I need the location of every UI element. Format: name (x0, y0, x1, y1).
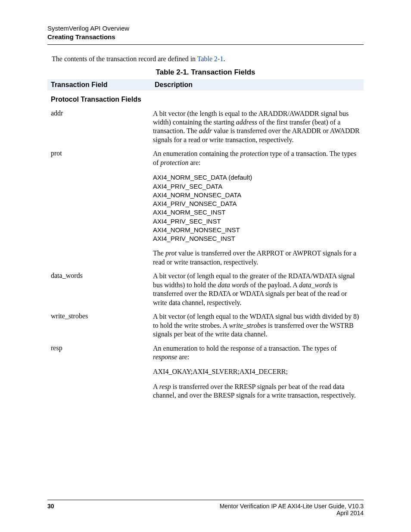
enum-item: AXI4_NORM_SEC_INST (153, 208, 360, 217)
field-name-resp: resp (47, 342, 151, 403)
footer-doc-title: Mentor Verification IP AE AXI4-Lite User… (220, 503, 364, 510)
enum-item: AXI4_NORM_NONSEC_INST (153, 226, 360, 234)
table-row: prot An enumeration containing the prote… (47, 147, 364, 269)
intro-paragraph: The contents of the transaction record a… (52, 55, 364, 63)
field-name-data-words: data_words (47, 269, 151, 310)
field-desc-write-strobes: A bit vector (of length equal to the WDA… (151, 310, 364, 341)
enum-item: AXI4_NORM_SEC_DATA (default) (153, 173, 360, 182)
field-desc-resp: An enumeration to hold the response of a… (151, 342, 364, 403)
table-row: data_words A bit vector (of length equal… (47, 269, 364, 310)
field-name-prot: prot (47, 147, 151, 269)
enum-item: AXI4_PRIV_SEC_INST (153, 217, 360, 226)
intro-text-prefix: The contents of the transaction record a… (52, 55, 197, 62)
enum-item: AXI4_PRIV_SEC_DATA (153, 182, 360, 191)
enum-item: AXI4_NORM_NONSEC_DATA (153, 191, 360, 199)
resp-lead: An enumeration to hold the response of a… (153, 344, 360, 362)
field-desc-addr: A bit vector (the length is equal to the… (151, 107, 364, 147)
enum-item: AXI4_DECERR; (240, 368, 288, 375)
page-footer: 30 Mentor Verification IP AE AXI4-Lite U… (47, 500, 364, 516)
resp-enum-list: AXI4_OKAY;AXI4_SLVERR;AXI4_DECERR; (153, 367, 360, 376)
enum-item: AXI4_OKAY; (153, 368, 193, 375)
prot-lead: An enumeration containing the protection… (153, 149, 360, 167)
page-header: SystemVerilog API Overview Creating Tran… (47, 24, 364, 45)
section-header-protocol: Protocol Transaction Fields (47, 90, 364, 107)
column-header-field: Transaction Field (47, 79, 151, 90)
table-row: write_strobes A bit vector (of length eq… (47, 310, 364, 341)
enum-item: AXI4_PRIV_NONSEC_INST (153, 234, 360, 243)
table-row: resp An enumeration to hold the response… (47, 342, 364, 403)
enum-item: AXI4_PRIV_NONSEC_DATA (153, 199, 360, 208)
intro-text-suffix: . (223, 55, 225, 62)
prot-trail: The prot value is transferred over the A… (153, 249, 360, 267)
enum-item: AXI4_SLVERR; (193, 368, 240, 375)
table-row: addr A bit vector (the length is equal t… (47, 107, 364, 147)
resp-trail: A resp is transferred over the RRESP sig… (153, 383, 360, 400)
column-header-description: Description (151, 79, 364, 90)
table-title: Table 2-1. Transaction Fields (47, 68, 364, 77)
header-section: SystemVerilog API Overview (47, 24, 364, 33)
footer-date: April 2014 (336, 510, 364, 516)
header-subsection: Creating Transactions (47, 33, 364, 41)
page-number: 30 (47, 503, 54, 516)
field-desc-data-words: A bit vector (of length equal to the gre… (151, 269, 364, 310)
table-reference-link[interactable]: Table 2-1 (197, 55, 224, 62)
field-name-addr: addr (47, 107, 151, 147)
prot-enum-list: AXI4_NORM_SEC_DATA (default)AXI4_PRIV_SE… (153, 173, 360, 243)
field-name-write-strobes: write_strobes (47, 310, 151, 341)
transaction-fields-table: Transaction Field Description Protocol T… (47, 79, 364, 403)
field-desc-prot: An enumeration containing the protection… (151, 147, 364, 269)
